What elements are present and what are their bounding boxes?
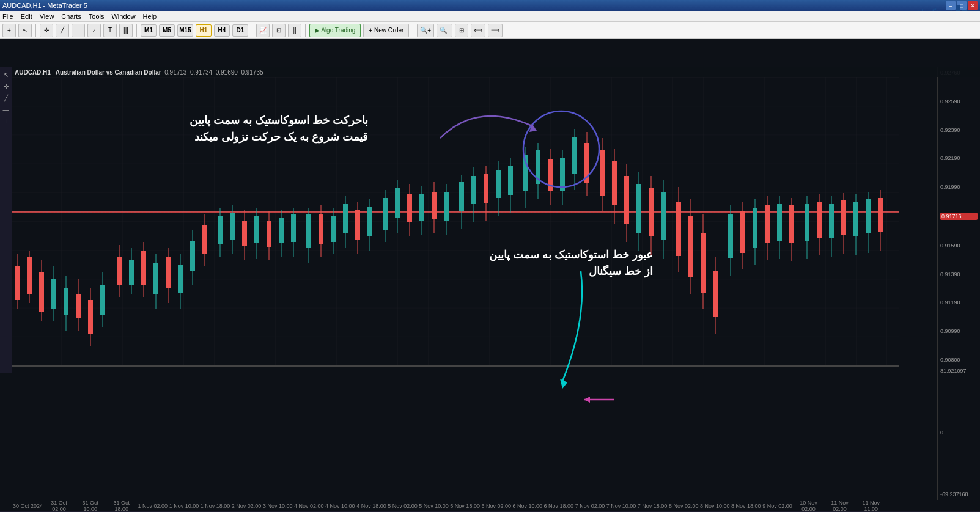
svg-rect-105 bbox=[624, 176, 629, 224]
svg-rect-41 bbox=[218, 216, 223, 244]
ts-5: 1 Nov 02:00 bbox=[137, 503, 168, 509]
chart-price-close: 0.91735 bbox=[241, 69, 263, 76]
svg-rect-101 bbox=[600, 150, 605, 196]
svg-rect-31 bbox=[153, 263, 158, 294]
ind-scale-bottom: -69.237168 bbox=[940, 491, 978, 497]
ts-22: 8 Nov 02:00 bbox=[668, 503, 699, 509]
svg-rect-33 bbox=[166, 257, 171, 288]
svg-rect-17 bbox=[64, 288, 68, 315]
price-level-9: 0.91190 bbox=[940, 299, 978, 305]
svg-rect-83 bbox=[484, 174, 488, 203]
svg-rect-9 bbox=[15, 266, 20, 300]
tf-d1[interactable]: D1 bbox=[232, 24, 248, 37]
ts-10: 4 Nov 02:00 bbox=[293, 503, 325, 509]
indicator-button[interactable]: 📈 bbox=[256, 24, 270, 37]
main-chart-svg bbox=[0, 77, 899, 365]
tool-hline[interactable]: — bbox=[1, 104, 11, 114]
svg-rect-21 bbox=[88, 300, 93, 334]
tool-cursor[interactable]: ↖ bbox=[1, 70, 11, 79]
ts-11: 4 Nov 10:00 bbox=[325, 503, 356, 509]
svg-rect-37 bbox=[190, 241, 195, 271]
scroll-button[interactable]: ⟺ bbox=[471, 24, 485, 37]
tool-text[interactable]: T bbox=[1, 116, 11, 126]
ts-21: 7 Nov 18:00 bbox=[637, 503, 668, 509]
tf-h1[interactable]: H1 bbox=[196, 24, 212, 37]
svg-rect-11 bbox=[27, 257, 32, 294]
price-level-11: 0.90800 bbox=[940, 357, 978, 363]
template-button[interactable]: ⊡ bbox=[272, 24, 286, 37]
chart-price-open: 0.91713 bbox=[164, 69, 190, 76]
menu-view[interactable]: View bbox=[40, 13, 54, 20]
crosshair-button[interactable]: ✛ bbox=[40, 24, 53, 37]
svg-rect-13 bbox=[39, 272, 44, 312]
toolbar-separator-3 bbox=[252, 24, 252, 37]
tf-m15[interactable]: M15 bbox=[177, 24, 193, 37]
hline-button[interactable]: — bbox=[72, 24, 85, 37]
svg-rect-73 bbox=[419, 194, 424, 221]
menu-file[interactable]: File bbox=[2, 13, 13, 20]
svg-rect-139 bbox=[841, 200, 846, 235]
ts-6: 1 Nov 10:00 bbox=[168, 503, 199, 509]
tf-h4[interactable]: H4 bbox=[214, 24, 230, 37]
period-sep-button[interactable]: || bbox=[288, 24, 301, 37]
svg-rect-43 bbox=[230, 213, 235, 240]
svg-rect-63 bbox=[355, 210, 360, 240]
svg-rect-23 bbox=[100, 285, 105, 315]
svg-rect-123 bbox=[740, 211, 745, 253]
ts-25: 9 Nov 02:00 bbox=[762, 503, 793, 509]
ts-20: 7 Nov 10:00 bbox=[605, 503, 636, 509]
zoom-out-button[interactable]: 🔍- bbox=[437, 24, 452, 37]
text-button[interactable]: T bbox=[103, 24, 117, 37]
svg-rect-19 bbox=[76, 294, 81, 318]
tool-crosshair[interactable]: ✛ bbox=[1, 81, 11, 91]
window-title: AUDCAD,H1 - MetaTrader 5 bbox=[2, 2, 87, 9]
trendline-button[interactable]: ⟋ bbox=[87, 24, 101, 37]
cursor-button[interactable]: ↖ bbox=[18, 24, 32, 37]
svg-rect-69 bbox=[395, 188, 400, 218]
svg-rect-141 bbox=[853, 202, 858, 236]
svg-rect-65 bbox=[367, 207, 372, 236]
menu-help[interactable]: Help bbox=[143, 13, 157, 20]
tf-m1[interactable]: M1 bbox=[141, 24, 157, 37]
fib-button[interactable]: ||| bbox=[119, 24, 133, 37]
svg-rect-81 bbox=[471, 176, 476, 204]
ts-27: 11 Nov 02:00 bbox=[824, 500, 855, 511]
menu-tools[interactable]: Tools bbox=[89, 13, 105, 20]
svg-rect-79 bbox=[459, 182, 464, 211]
zoom-in-button[interactable]: 🔍+ bbox=[417, 24, 434, 37]
svg-rect-77 bbox=[444, 192, 449, 221]
price-level-2: 0.92590 bbox=[940, 98, 978, 104]
ts-13: 5 Nov 02:00 bbox=[387, 503, 418, 509]
ts-19: 7 Nov 02:00 bbox=[574, 503, 605, 509]
algo-trading-button[interactable]: ▶ Algo Trading bbox=[309, 24, 361, 37]
svg-rect-55 bbox=[306, 214, 311, 248]
svg-rect-59 bbox=[331, 216, 336, 242]
svg-rect-29 bbox=[141, 251, 146, 285]
price-level-7: 0.91590 bbox=[940, 243, 978, 249]
svg-rect-35 bbox=[178, 265, 183, 293]
ts-18: 6 Nov 18:00 bbox=[543, 503, 574, 509]
svg-rect-39 bbox=[202, 225, 207, 254]
tf-m5[interactable]: M5 bbox=[159, 24, 175, 37]
ts-1: 30 Oct 2024 bbox=[12, 503, 43, 509]
svg-rect-117 bbox=[701, 233, 706, 293]
chart-info-bar: ⬜ AUDCAD,H1 Australian Dollar vs Canadia… bbox=[0, 67, 980, 77]
price-level-3: 0.92390 bbox=[940, 127, 978, 133]
svg-rect-53 bbox=[291, 214, 296, 242]
new-order-button[interactable]: + New Order bbox=[363, 24, 409, 37]
tool-line[interactable]: ╱ bbox=[1, 93, 11, 103]
ts-2: 31 Oct 02:00 bbox=[43, 500, 75, 511]
svg-rect-111 bbox=[661, 192, 666, 240]
menu-window[interactable]: Window bbox=[111, 13, 135, 20]
toolbar-separator-5 bbox=[413, 24, 413, 37]
menu-charts[interactable]: Charts bbox=[61, 13, 81, 20]
chart-properties-button[interactable]: ⊞ bbox=[455, 24, 468, 37]
price-level-8: 0.91390 bbox=[940, 271, 978, 277]
price-level-10: 0.90990 bbox=[940, 328, 978, 334]
menu-edit[interactable]: Edit bbox=[21, 13, 32, 20]
line-button[interactable]: ╱ bbox=[56, 24, 69, 37]
ts-12: 4 Nov 18:00 bbox=[356, 503, 387, 509]
auto-scroll-button[interactable]: ⟹ bbox=[488, 24, 503, 37]
new-chart-button[interactable]: + bbox=[2, 24, 16, 37]
svg-rect-129 bbox=[777, 204, 782, 241]
